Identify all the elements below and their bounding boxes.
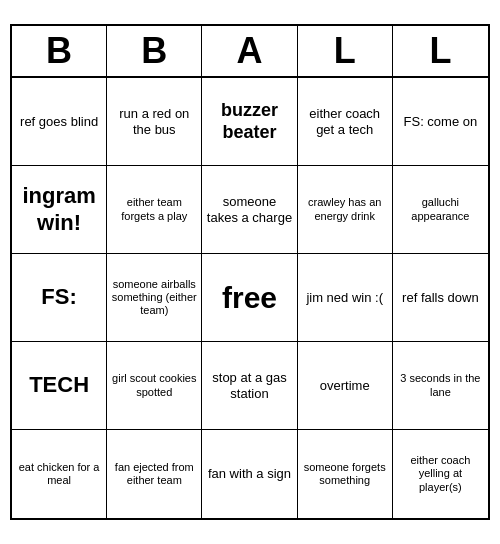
header-cell-l4: L [393, 26, 488, 76]
bingo-cell-5[interactable]: ingram win! [12, 166, 107, 254]
header-row: BBALL [12, 26, 488, 78]
bingo-cell-13[interactable]: jim ned win :( [298, 254, 393, 342]
bingo-cell-19[interactable]: 3 seconds in the lane [393, 342, 488, 430]
bingo-cell-1[interactable]: run a red on the bus [107, 78, 202, 166]
bingo-cell-4[interactable]: FS: come on [393, 78, 488, 166]
bingo-cell-12[interactable]: free [202, 254, 297, 342]
header-cell-b0: B [12, 26, 107, 76]
bingo-cell-11[interactable]: someone airballs something (either team) [107, 254, 202, 342]
bingo-cell-3[interactable]: either coach get a tech [298, 78, 393, 166]
bingo-cell-16[interactable]: girl scout cookies spotted [107, 342, 202, 430]
bingo-cell-2[interactable]: buzzer beater [202, 78, 297, 166]
bingo-cell-17[interactable]: stop at a gas station [202, 342, 297, 430]
bingo-cell-15[interactable]: TECH [12, 342, 107, 430]
bingo-cell-7[interactable]: someone takes a charge [202, 166, 297, 254]
bingo-cell-22[interactable]: fan with a sign [202, 430, 297, 518]
bingo-grid: ref goes blindrun a red on the busbuzzer… [12, 78, 488, 518]
bingo-cell-21[interactable]: fan ejected from either team [107, 430, 202, 518]
bingo-cell-20[interactable]: eat chicken for a meal [12, 430, 107, 518]
header-cell-a2: A [202, 26, 297, 76]
bingo-cell-14[interactable]: ref falls down [393, 254, 488, 342]
bingo-cell-23[interactable]: someone forgets something [298, 430, 393, 518]
header-cell-l3: L [298, 26, 393, 76]
bingo-cell-10[interactable]: FS: [12, 254, 107, 342]
header-cell-b1: B [107, 26, 202, 76]
bingo-cell-24[interactable]: either coach yelling at player(s) [393, 430, 488, 518]
bingo-cell-0[interactable]: ref goes blind [12, 78, 107, 166]
bingo-cell-18[interactable]: overtime [298, 342, 393, 430]
bingo-cell-8[interactable]: crawley has an energy drink [298, 166, 393, 254]
bingo-cell-9[interactable]: galluchi appearance [393, 166, 488, 254]
bingo-card: BBALL ref goes blindrun a red on the bus… [10, 24, 490, 520]
bingo-cell-6[interactable]: either team forgets a play [107, 166, 202, 254]
